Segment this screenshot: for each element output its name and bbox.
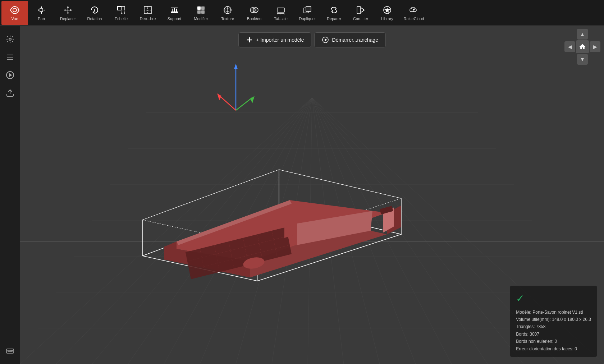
tool-rotation[interactable]: Rotation <box>81 1 108 25</box>
tool-decbre[interactable]: Dec...bre <box>134 1 161 25</box>
nav-home-button[interactable] <box>576 40 589 53</box>
tool-pan[interactable]: Pan <box>28 1 55 25</box>
tool-booleen[interactable]: Booléen <box>241 1 267 25</box>
tool-conter[interactable]: Con...ter <box>347 1 374 25</box>
svg-point-0 <box>13 8 17 12</box>
sidebar-keyboard[interactable] <box>3 343 18 358</box>
svg-rect-8 <box>197 10 201 14</box>
tool-texture[interactable]: Texture <box>214 1 241 25</box>
svg-rect-16 <box>306 6 311 11</box>
plus-icon <box>246 36 253 43</box>
model-name-label: Modèle: Porte-Savon robinet V1.stl <box>516 309 591 316</box>
svg-marker-102 <box>234 64 238 69</box>
info-panel: ✓ Modèle: Porte-Savon robinet V1.stl Vol… <box>510 286 597 357</box>
tool-raisecloud[interactable]: RaiseCloud <box>401 1 427 25</box>
svg-rect-9 <box>201 10 205 14</box>
tool-deplacer[interactable]: Deplacer <box>55 1 81 25</box>
nav-down-arrow[interactable]: ▼ <box>577 54 588 65</box>
svg-rect-26 <box>6 349 14 353</box>
bords-non-eulerien-label: Bords non eulerien: 0 <box>516 338 591 345</box>
svg-rect-6 <box>197 6 201 10</box>
tool-taille[interactable]: Tai...ale <box>267 1 294 25</box>
svg-rect-2 <box>118 6 121 10</box>
nav-arrows: ▲ ◀ ▶ ▼ <box>564 29 600 65</box>
3d-model <box>121 119 408 292</box>
svg-line-103 <box>220 96 236 110</box>
tool-echelle[interactable]: Echelle <box>108 1 134 25</box>
svg-line-105 <box>236 98 252 110</box>
erreur-label: Erreur d'orientation des faces: 0 <box>516 345 591 353</box>
sidebar-upload[interactable] <box>3 86 18 101</box>
svg-rect-5 <box>171 11 178 13</box>
svg-marker-106 <box>250 96 255 103</box>
action-bar: + Importer un modèle Démarrer...ranchage <box>238 32 386 47</box>
svg-rect-14 <box>277 8 284 12</box>
bords-label: Bords: 3007 <box>516 331 591 338</box>
sidebar-settings[interactable] <box>3 32 18 47</box>
toolbar: Vue Pan Deplacer Rotation <box>0 0 604 26</box>
sidebar-list[interactable] <box>3 50 18 65</box>
start-button[interactable]: Démarrer...ranchage <box>315 32 386 47</box>
volume-label: Volume utile(mm): 148.0 x 180.0 x 26.3 <box>516 316 591 323</box>
left-sidebar <box>0 26 20 364</box>
tool-modifier[interactable]: Modifier <box>188 1 214 25</box>
svg-point-13 <box>253 8 258 13</box>
svg-marker-24 <box>9 74 12 77</box>
svg-rect-17 <box>357 6 361 14</box>
tool-vue[interactable]: Vue <box>1 1 28 25</box>
play-icon <box>322 36 329 43</box>
triangles-label: Triangles: 7358 <box>516 323 591 330</box>
svg-rect-7 <box>201 6 205 10</box>
sidebar-play[interactable] <box>3 68 18 83</box>
nav-up-arrow[interactable]: ▲ <box>577 29 588 40</box>
svg-point-19 <box>9 38 11 40</box>
nav-right-arrow[interactable]: ▶ <box>590 41 600 52</box>
tool-reparer[interactable]: Reparer <box>321 1 347 25</box>
axis-indicator <box>214 60 257 118</box>
tool-support[interactable]: Support <box>161 1 188 25</box>
viewport[interactable]: + Importer un modèle Démarrer...ranchage… <box>20 26 604 364</box>
tool-library[interactable]: Library <box>374 1 401 25</box>
valid-checkmark: ✓ <box>516 290 591 307</box>
nav-left-arrow[interactable]: ◀ <box>564 41 575 52</box>
svg-marker-110 <box>325 38 328 41</box>
svg-point-1 <box>94 9 95 11</box>
svg-marker-104 <box>217 93 221 100</box>
tool-dupliquer[interactable]: Dupliquer <box>294 1 321 25</box>
import-model-button[interactable]: + Importer un modèle <box>238 32 311 47</box>
svg-rect-3 <box>121 10 125 14</box>
